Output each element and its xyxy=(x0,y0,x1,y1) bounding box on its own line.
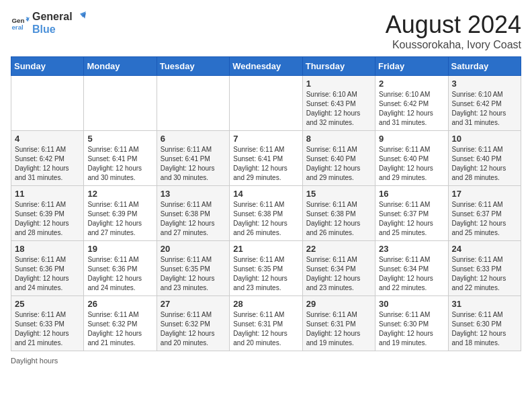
calendar-cell: 3Sunrise: 6:10 AM Sunset: 6:42 PM Daylig… xyxy=(448,76,521,131)
calendar-cell: 15Sunrise: 6:11 AM Sunset: 6:38 PM Dayli… xyxy=(302,186,375,241)
calendar-cell: 4Sunrise: 6:11 AM Sunset: 6:42 PM Daylig… xyxy=(11,131,84,186)
calendar-cell: 22Sunrise: 6:11 AM Sunset: 6:34 PM Dayli… xyxy=(302,241,375,296)
logo: Gen eral General Blue xyxy=(11,11,86,35)
day-number: 20 xyxy=(161,244,226,254)
footer: Daylight hours xyxy=(11,357,521,365)
day-number: 11 xyxy=(15,189,80,199)
calendar-cell xyxy=(157,76,229,131)
calendar-cell xyxy=(11,76,84,131)
calendar-cell: 17Sunrise: 6:11 AM Sunset: 6:37 PM Dayli… xyxy=(448,186,521,241)
calendar-cell: 19Sunrise: 6:11 AM Sunset: 6:36 PM Dayli… xyxy=(84,241,157,296)
calendar-cell: 31Sunrise: 6:11 AM Sunset: 6:30 PM Dayli… xyxy=(448,296,521,351)
day-number: 21 xyxy=(233,244,298,254)
cell-info: Sunrise: 6:11 AM Sunset: 6:31 PM Dayligh… xyxy=(233,310,298,348)
day-number: 7 xyxy=(233,134,298,144)
cell-info: Sunrise: 6:11 AM Sunset: 6:32 PM Dayligh… xyxy=(161,310,226,348)
calendar-body: 1Sunrise: 6:10 AM Sunset: 6:43 PM Daylig… xyxy=(11,76,521,351)
cell-info: Sunrise: 6:11 AM Sunset: 6:31 PM Dayligh… xyxy=(306,310,371,348)
calendar-cell: 14Sunrise: 6:11 AM Sunset: 6:38 PM Dayli… xyxy=(230,186,302,241)
calendar-cell: 23Sunrise: 6:11 AM Sunset: 6:34 PM Dayli… xyxy=(375,241,448,296)
logo-text-general: General xyxy=(32,11,86,24)
cell-info: Sunrise: 6:11 AM Sunset: 6:32 PM Dayligh… xyxy=(87,310,152,348)
calendar-week-row: 4Sunrise: 6:11 AM Sunset: 6:42 PM Daylig… xyxy=(11,131,521,186)
cell-info: Sunrise: 6:11 AM Sunset: 6:42 PM Dayligh… xyxy=(15,145,80,183)
cell-info: Sunrise: 6:11 AM Sunset: 6:34 PM Dayligh… xyxy=(379,255,444,293)
day-number: 28 xyxy=(233,299,298,309)
day-number: 16 xyxy=(379,189,444,199)
day-number: 5 xyxy=(87,134,152,144)
day-number: 31 xyxy=(452,299,517,309)
day-number: 6 xyxy=(161,134,226,144)
cell-info: Sunrise: 6:11 AM Sunset: 6:33 PM Dayligh… xyxy=(452,255,517,293)
calendar-cell: 27Sunrise: 6:11 AM Sunset: 6:32 PM Dayli… xyxy=(157,296,229,351)
calendar-cell: 25Sunrise: 6:11 AM Sunset: 6:33 PM Dayli… xyxy=(11,296,84,351)
day-number: 9 xyxy=(379,134,444,144)
day-number: 25 xyxy=(15,299,80,309)
cell-info: Sunrise: 6:11 AM Sunset: 6:36 PM Dayligh… xyxy=(15,255,80,293)
logo-icon: Gen eral xyxy=(11,13,30,32)
calendar-week-row: 25Sunrise: 6:11 AM Sunset: 6:33 PM Dayli… xyxy=(11,296,521,351)
cell-info: Sunrise: 6:11 AM Sunset: 6:35 PM Dayligh… xyxy=(161,255,226,293)
calendar-week-row: 11Sunrise: 6:11 AM Sunset: 6:39 PM Dayli… xyxy=(11,186,521,241)
calendar-cell: 24Sunrise: 6:11 AM Sunset: 6:33 PM Dayli… xyxy=(448,241,521,296)
calendar-cell: 26Sunrise: 6:11 AM Sunset: 6:32 PM Dayli… xyxy=(84,296,157,351)
calendar-cell: 11Sunrise: 6:11 AM Sunset: 6:39 PM Dayli… xyxy=(11,186,84,241)
calendar-cell: 30Sunrise: 6:11 AM Sunset: 6:30 PM Dayli… xyxy=(375,296,448,351)
day-number: 15 xyxy=(306,189,371,199)
cell-info: Sunrise: 6:11 AM Sunset: 6:36 PM Dayligh… xyxy=(87,255,152,293)
cell-info: Sunrise: 6:11 AM Sunset: 6:38 PM Dayligh… xyxy=(161,200,226,238)
day-number: 24 xyxy=(452,244,517,254)
cell-info: Sunrise: 6:11 AM Sunset: 6:40 PM Dayligh… xyxy=(306,145,371,183)
day-number: 30 xyxy=(379,299,444,309)
day-number: 4 xyxy=(15,134,80,144)
cell-info: Sunrise: 6:11 AM Sunset: 6:30 PM Dayligh… xyxy=(379,310,444,348)
calendar-cell: 21Sunrise: 6:11 AM Sunset: 6:35 PM Dayli… xyxy=(230,241,302,296)
cell-info: Sunrise: 6:11 AM Sunset: 6:34 PM Dayligh… xyxy=(306,255,371,293)
calendar-cell: 7Sunrise: 6:11 AM Sunset: 6:41 PM Daylig… xyxy=(230,131,302,186)
calendar-cell: 6Sunrise: 6:11 AM Sunset: 6:41 PM Daylig… xyxy=(157,131,229,186)
calendar-cell: 8Sunrise: 6:11 AM Sunset: 6:40 PM Daylig… xyxy=(302,131,375,186)
cell-info: Sunrise: 6:11 AM Sunset: 6:37 PM Dayligh… xyxy=(379,200,444,238)
cell-info: Sunrise: 6:11 AM Sunset: 6:41 PM Dayligh… xyxy=(87,145,152,183)
cell-info: Sunrise: 6:11 AM Sunset: 6:40 PM Dayligh… xyxy=(452,145,517,183)
cell-info: Sunrise: 6:11 AM Sunset: 6:41 PM Dayligh… xyxy=(161,145,226,183)
calendar-day-header: Monday xyxy=(84,57,157,76)
calendar-week-row: 18Sunrise: 6:11 AM Sunset: 6:36 PM Dayli… xyxy=(11,241,521,296)
day-number: 1 xyxy=(306,79,371,89)
cell-info: Sunrise: 6:11 AM Sunset: 6:39 PM Dayligh… xyxy=(87,200,152,238)
calendar-cell: 20Sunrise: 6:11 AM Sunset: 6:35 PM Dayli… xyxy=(157,241,229,296)
calendar-table: SundayMondayTuesdayWednesdayThursdayFrid… xyxy=(11,56,521,351)
calendar-cell: 16Sunrise: 6:11 AM Sunset: 6:37 PM Dayli… xyxy=(375,186,448,241)
cell-info: Sunrise: 6:11 AM Sunset: 6:33 PM Dayligh… xyxy=(15,310,80,348)
cell-info: Sunrise: 6:11 AM Sunset: 6:39 PM Dayligh… xyxy=(15,200,80,238)
calendar-cell: 12Sunrise: 6:11 AM Sunset: 6:39 PM Dayli… xyxy=(84,186,157,241)
calendar-cell: 9Sunrise: 6:11 AM Sunset: 6:40 PM Daylig… xyxy=(375,131,448,186)
day-number: 19 xyxy=(87,244,152,254)
cell-info: Sunrise: 6:11 AM Sunset: 6:38 PM Dayligh… xyxy=(306,200,371,238)
cell-info: Sunrise: 6:10 AM Sunset: 6:42 PM Dayligh… xyxy=(452,90,517,128)
cell-info: Sunrise: 6:11 AM Sunset: 6:30 PM Dayligh… xyxy=(452,310,517,348)
title-block: August 2024 Koussorokaha, Ivory Coast xyxy=(386,11,521,51)
page-header: Gen eral General Blue August 2024 Kousso… xyxy=(11,11,521,51)
day-number: 18 xyxy=(15,244,80,254)
day-number: 2 xyxy=(379,79,444,89)
calendar-cell: 29Sunrise: 6:11 AM Sunset: 6:31 PM Dayli… xyxy=(302,296,375,351)
day-number: 8 xyxy=(306,134,371,144)
cell-info: Sunrise: 6:11 AM Sunset: 6:37 PM Dayligh… xyxy=(452,200,517,238)
calendar-header-row: SundayMondayTuesdayWednesdayThursdayFrid… xyxy=(11,57,521,76)
calendar-cell: 28Sunrise: 6:11 AM Sunset: 6:31 PM Dayli… xyxy=(230,296,302,351)
logo-text-blue: Blue xyxy=(32,24,86,36)
calendar-cell: 1Sunrise: 6:10 AM Sunset: 6:43 PM Daylig… xyxy=(302,76,375,131)
cell-info: Sunrise: 6:11 AM Sunset: 6:40 PM Dayligh… xyxy=(379,145,444,183)
calendar-day-header: Wednesday xyxy=(230,57,302,76)
cell-info: Sunrise: 6:10 AM Sunset: 6:42 PM Dayligh… xyxy=(379,90,444,128)
calendar-day-header: Thursday xyxy=(302,57,375,76)
page-subtitle: Koussorokaha, Ivory Coast xyxy=(386,39,521,51)
calendar-day-header: Friday xyxy=(375,57,448,76)
calendar-week-row: 1Sunrise: 6:10 AM Sunset: 6:43 PM Daylig… xyxy=(11,76,521,131)
day-number: 17 xyxy=(452,189,517,199)
page-title: August 2024 xyxy=(386,11,521,39)
svg-text:eral: eral xyxy=(11,24,24,31)
calendar-day-header: Saturday xyxy=(448,57,521,76)
day-number: 14 xyxy=(233,189,298,199)
